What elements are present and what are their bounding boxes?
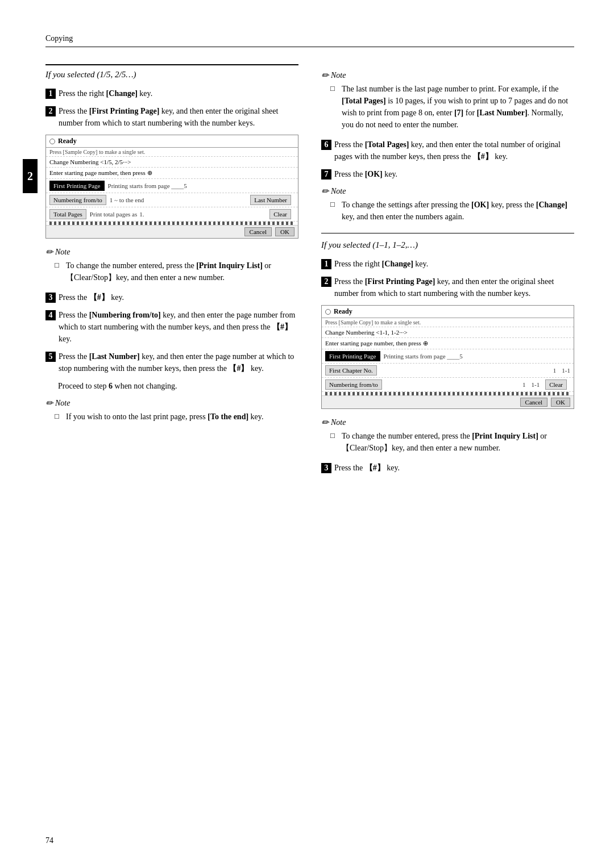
step-3b-text: Press the 【#】 key. xyxy=(334,462,400,474)
step-1b-text: Press the right [Change] key. xyxy=(334,258,428,270)
ui-panel-1-header: Ready xyxy=(46,135,298,148)
step-5-left: 5 Press the [Last Number] key, and then … xyxy=(45,350,298,374)
ui-cancel-btn-2[interactable]: Cancel xyxy=(520,398,548,407)
ui-row-numbering-fromto: Numbering from/to 1 ~ to the end Last Nu… xyxy=(46,193,298,207)
ui-panel-1-subtitle: Press [Sample Copy] to make a single set… xyxy=(46,148,298,157)
ui-change-numbering-text-2: Change Numbering <1-1, 1-2···> xyxy=(325,329,408,336)
note-block-3: ✏ Note □ To change the settings after pr… xyxy=(321,186,574,223)
note-4-content: □ To change the number entered, press th… xyxy=(321,430,574,454)
note-2-title: ✏ Note xyxy=(45,398,298,408)
note-bullet-top: □ xyxy=(330,83,341,94)
ui-panel-1-footer: Cancel OK xyxy=(46,225,298,238)
ui-panel-2-header: Ready xyxy=(322,306,574,318)
note-bullet-1: □ xyxy=(55,260,65,271)
step-7-number: 7 xyxy=(321,169,331,180)
note-pencil-icon-2: ✏ xyxy=(45,398,53,408)
ui-numbering-fromto-btn-2[interactable]: Numbering from/to xyxy=(325,379,382,390)
ui-enter-hint-text-2: Enter starting page number, then press ⊕ xyxy=(325,340,428,347)
note-block-1: ✏ Note □ To change the number entered, p… xyxy=(45,247,298,283)
step-5-text: Press the [Last Number] key, and then en… xyxy=(59,350,298,374)
ui-first-printing-btn[interactable]: First Printing Page xyxy=(49,181,105,191)
ui-row-total-pages: Total Pages Print total pages as 1. Clea… xyxy=(46,207,298,222)
note-4-title: ✏ Note xyxy=(321,417,574,428)
note-bullet-3: □ xyxy=(330,199,341,210)
note-pencil-icon-3: ✏ xyxy=(321,186,329,197)
step-4-left: 4 Press the [Numbering from/to] key, and… xyxy=(45,309,298,345)
step-1-left: 1 Press the right [Change] key. xyxy=(45,87,298,99)
ui-row2-chapter-val2: 1-1 xyxy=(562,367,570,374)
note-block-top: ✏ Note □ The last number is the last pag… xyxy=(321,70,574,131)
step-2b-number: 2 xyxy=(321,277,331,287)
note-top-item: □ The last number is the last page numbe… xyxy=(330,83,574,131)
ui-panel-1: Ready Press [Sample Copy] to make a sing… xyxy=(45,135,298,239)
section-divider-right xyxy=(321,233,574,233)
ui-ready-text: Ready xyxy=(58,137,77,145)
note-pencil-icon-top: ✏ xyxy=(321,70,329,81)
step-3-left: 3 Press the 【#】 key. xyxy=(45,291,298,303)
step-4-number: 4 xyxy=(45,310,56,320)
note-4-item: □ To change the number entered, press th… xyxy=(330,430,574,454)
note-3-title: ✏ Note xyxy=(321,186,574,197)
step-6-right: 6 Press the [Total Pages] key, and then … xyxy=(321,139,574,162)
ui-first-chapter-btn[interactable]: First Chapter No. xyxy=(325,365,377,375)
ui-ok-btn[interactable]: OK xyxy=(275,227,294,236)
ui-row2-numbering-fromto: Numbering from/to 1 1-1 Clear xyxy=(322,378,574,392)
note-bullet-2: □ xyxy=(55,411,65,422)
ui-change-numbering-text: Change Numbering <1/5, 2/5···> xyxy=(49,158,131,165)
ui-panel-2-footer: Cancel OK xyxy=(322,395,574,408)
step-2-number: 2 xyxy=(45,106,56,116)
ui-panel-2-subtitle: Press [Sample Copy] to make a single set… xyxy=(322,318,574,327)
ui-row2-1-label: Printing starts from page ____5 xyxy=(384,353,463,360)
step-3b-number: 3 xyxy=(321,463,331,473)
note-1-content: □ To change the number entered, press th… xyxy=(45,260,298,283)
ui-total-pages-btn[interactable]: Total Pages xyxy=(49,209,86,219)
ui-first-printing-btn-2[interactable]: First Printing Page xyxy=(325,351,380,361)
ui-cancel-btn[interactable]: Cancel xyxy=(244,227,272,236)
note-block-4: ✏ Note □ To change the number entered, p… xyxy=(321,417,574,454)
step-1b-number: 1 xyxy=(321,259,331,269)
ui-panel-2: Ready Press [Sample Copy] to make a sing… xyxy=(321,305,574,409)
step-3-number: 3 xyxy=(45,293,56,303)
step-2-left: 2 Press the [First Printing Page] key, a… xyxy=(45,105,298,129)
ui-ready-text-2: Ready xyxy=(334,307,352,316)
left-column: If you selected (1/5, 2/5…) 1 Press the … xyxy=(45,64,298,479)
step-1b-right: 1 Press the right [Change] key. xyxy=(321,258,574,270)
left-section-header: If you selected (1/5, 2/5…) xyxy=(45,70,298,80)
right-column: ✏ Note □ The last number is the last pag… xyxy=(321,64,574,479)
note-top-item-text: The last number is the last page number … xyxy=(342,83,574,131)
step-2b-right: 2 Press the [First Printing Page] key, a… xyxy=(321,276,574,299)
ui-row3-val: 1. xyxy=(139,211,144,218)
section-divider-top-left xyxy=(45,64,298,65)
note-pencil-icon: ✏ xyxy=(45,247,53,257)
ui-row1-label: Printing starts from page ____5 xyxy=(108,182,187,189)
note-3-item-text: To change the settings after pressing th… xyxy=(342,199,574,223)
ui-row2-chapter-val1: 1 xyxy=(553,367,557,374)
note-3-item: □ To change the settings after pressing … xyxy=(330,199,574,223)
ui-change-numbering-row-2: Change Numbering <1-1, 1-2···> xyxy=(322,327,574,338)
note-1-item-1: □ To change the number entered, press th… xyxy=(55,260,298,283)
note-2-item-text: If you wish to onto the last print page,… xyxy=(66,411,263,423)
ui-numbering-fromto-btn[interactable]: Numbering from/to xyxy=(49,195,106,205)
ui-ok-btn-2[interactable]: OK xyxy=(551,398,570,407)
step-2-text: Press the [First Printing Page] key, and… xyxy=(59,105,298,129)
section-bar: 2 xyxy=(23,159,38,193)
ui-last-number-btn[interactable]: Last Number xyxy=(250,195,291,205)
page-container: 2 Copying If you selected (1/5, 2/5…) 1 … xyxy=(0,0,614,868)
step-1-number: 1 xyxy=(45,89,56,99)
ui-circle-icon xyxy=(49,139,55,144)
step-3b-right: 3 Press the 【#】 key. xyxy=(321,462,574,474)
proceed-text: Proceed to step 6 when not changing. xyxy=(58,380,298,392)
header-section-label: Copying xyxy=(45,34,73,43)
step-5-number: 5 xyxy=(45,352,56,362)
ui-row3-label: Print total pages as xyxy=(90,211,137,218)
note-1-title: ✏ Note xyxy=(45,247,298,257)
page-header: Copying xyxy=(45,34,574,47)
step-7-right: 7 Press the [OK] key. xyxy=(321,168,574,180)
ui-clear-btn-2[interactable]: Clear xyxy=(545,379,567,390)
step-1-text: Press the right [Change] key. xyxy=(59,87,152,99)
ui-clear-btn[interactable]: Clear xyxy=(269,209,291,219)
ui-enter-hint-row: Enter starting page number, then press ⊕ xyxy=(46,168,298,179)
note-4-item-text: To change the number entered, press the … xyxy=(342,430,574,454)
right-section-header-2: If you selected (1–1, 1–2,…) xyxy=(321,240,574,250)
step-2b-text: Press the [First Printing Page] key, and… xyxy=(334,276,574,299)
